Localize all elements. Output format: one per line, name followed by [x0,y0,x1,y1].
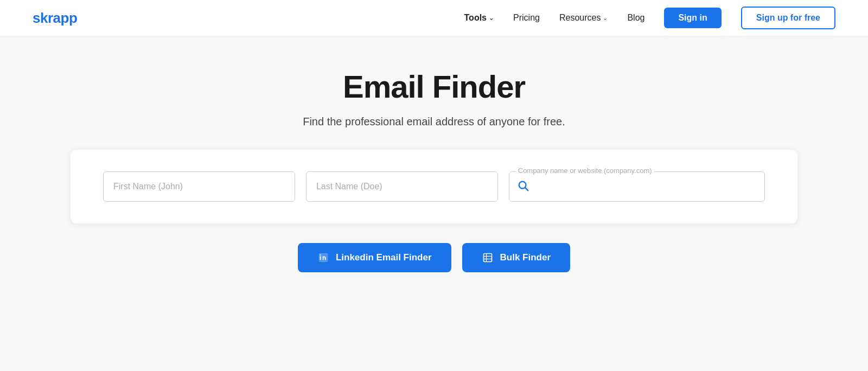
nav-resources[interactable]: Resources ⌄ [559,13,608,23]
company-input[interactable] [533,182,757,191]
main-content: Email Finder Find the professional email… [0,36,868,272]
nav-tools[interactable]: Tools ⌄ [464,13,494,23]
tools-chevron-icon: ⌄ [489,15,494,22]
nav-blog[interactable]: Blog [627,13,644,23]
resources-chevron-icon: ⌄ [603,15,608,22]
page-subtitle: Find the professional email address of a… [303,116,565,128]
bulk-icon [482,252,494,264]
company-label: Company name or website (company.com) [516,167,654,175]
search-icon [517,180,529,194]
blog-label: Blog [627,13,644,23]
first-name-input[interactable] [103,171,295,202]
signin-button[interactable]: Sign in [664,8,721,28]
bulk-finder-button[interactable]: Bulk Finder [462,243,571,272]
page-title: Email Finder [343,68,525,105]
linkedin-icon [317,252,329,264]
company-field-wrapper: Company name or website (company.com) [509,171,765,202]
resources-label: Resources [559,13,601,23]
last-name-input[interactable] [306,171,498,202]
linkedin-button-label: Linkedin Email Finder [336,252,432,263]
search-card: Company name or website (company.com) [71,150,797,223]
tools-label: Tools [464,13,487,23]
action-buttons-row: Linkedin Email Finder Bulk Finder [298,243,570,272]
nav-links: Tools ⌄ Pricing Resources ⌄ Blog Sign in… [464,7,835,29]
svg-line-1 [525,188,528,190]
svg-rect-3 [483,254,492,262]
navbar: skrapp Tools ⌄ Pricing Resources ⌄ Blog … [0,0,868,36]
nav-pricing[interactable]: Pricing [513,13,540,23]
pricing-label: Pricing [513,13,540,23]
linkedin-email-finder-button[interactable]: Linkedin Email Finder [298,243,451,272]
bulk-button-label: Bulk Finder [500,252,551,263]
brand-logo[interactable]: skrapp [33,10,77,27]
signup-button[interactable]: Sign up for free [741,7,835,29]
